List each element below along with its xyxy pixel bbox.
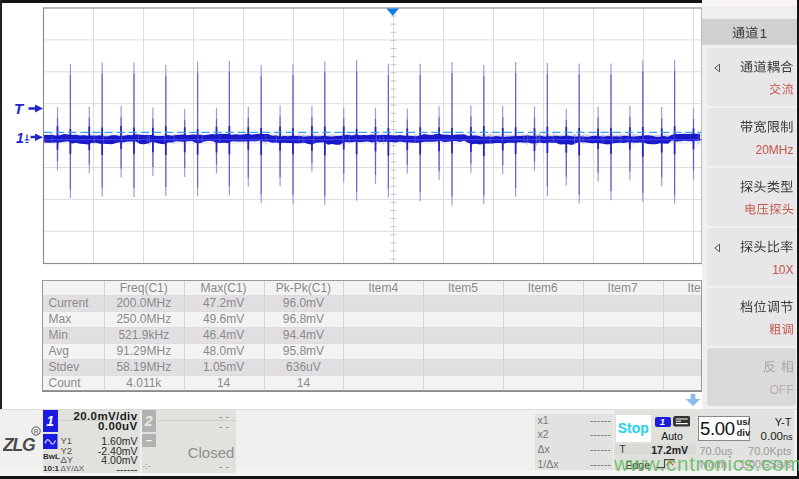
svg-text:1: 1 xyxy=(16,130,24,146)
svg-text:ZLG: ZLG xyxy=(3,435,36,454)
svg-text:R: R xyxy=(34,428,39,435)
